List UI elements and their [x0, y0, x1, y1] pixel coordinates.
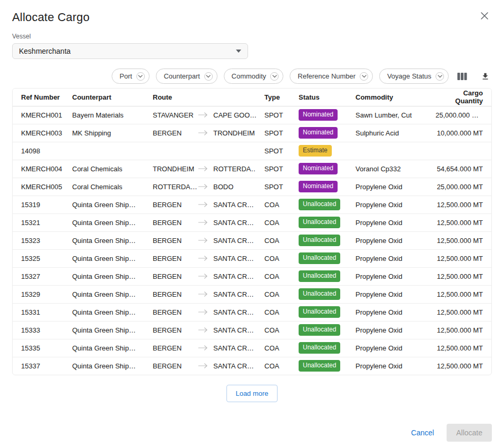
cell-counterpart [68, 142, 149, 160]
cell-counterpart: Bayern Materials [68, 106, 149, 124]
cell-status: Unallocated [294, 213, 351, 231]
cell-counterpart: Quinta Green Ship… [68, 321, 149, 339]
route-from: BERGEN [153, 255, 198, 262]
filter-chip-counterpart[interactable]: Counterpart [156, 69, 218, 84]
route-from: BERGEN [153, 237, 198, 245]
cell-route: BERGENSANTA CR… [149, 303, 260, 321]
status-badge: Unallocated [299, 360, 340, 372]
route-from: ROTTERDA… [153, 183, 198, 191]
chevron-down-icon [204, 72, 213, 81]
vessel-select[interactable]: Keshmerchanta [12, 43, 248, 59]
cargo-table-container: Ref NumberCounterpartRouteTypeStatusComm… [12, 88, 492, 375]
vessel-select-value: Keshmerchanta [19, 47, 71, 55]
load-more-button[interactable]: Load more [226, 385, 277, 402]
status-badge: Unallocated [299, 252, 340, 264]
cell-route: BERGENSANTA CR… [149, 357, 260, 375]
filter-chip-voyage-status[interactable]: Voyage Status [379, 69, 449, 84]
cell-commodity: Voranol Cp332 [351, 160, 431, 178]
status-badge: Unallocated [299, 342, 340, 354]
table-header-row: Ref NumberCounterpartRouteTypeStatusComm… [13, 89, 491, 106]
route-from: TRONDHEIM [153, 165, 198, 173]
table-row[interactable]: 15321Quinta Green Ship…BERGENSANTA CR…CO… [13, 213, 491, 231]
cell-commodity: Sulphuric Acid [351, 124, 431, 142]
column-header-status: Status [294, 89, 351, 106]
route-to: SANTA CR… [213, 344, 254, 352]
cell-cargo-quantity: 25,000.000 CBM [431, 106, 491, 124]
table-row[interactable]: 15323Quinta Green Ship…BERGENSANTA CR…CO… [13, 231, 491, 249]
filter-chip-reference-number[interactable]: Reference Number [290, 69, 373, 84]
table-row[interactable]: 15335Quinta Green Ship…BERGENSANTA CR…CO… [13, 339, 491, 357]
column-header-commodity: Commodity [351, 89, 431, 106]
route-to: SANTA CR… [213, 255, 254, 262]
filter-chips: PortCounterpartCommodityReference Number… [112, 69, 449, 84]
cell-counterpart: Quinta Green Ship… [68, 303, 149, 321]
table-row[interactable]: KMERCH004Coral ChemicalsTRONDHEIMROTTERD… [13, 160, 491, 178]
table-row[interactable]: 14098SPOTEstimate [13, 142, 491, 160]
status-badge: Unallocated [299, 306, 340, 318]
page-title: Allocate Cargo [12, 8, 90, 24]
table-row[interactable]: 15319Quinta Green Ship…BERGENSANTA CR…CO… [13, 196, 491, 213]
table-row[interactable]: 15331Quinta Green Ship…BERGENSANTA CR…CO… [13, 303, 491, 321]
cell-ref-number: KMERCH003 [13, 124, 68, 142]
route-to: TRONDHEIM [213, 129, 255, 137]
columns-button[interactable] [455, 70, 469, 83]
route-to: SANTA CR… [213, 290, 254, 298]
cell-route: ROTTERDA…BODO [149, 178, 260, 196]
download-button[interactable] [479, 70, 492, 83]
table-row[interactable]: 15333Quinta Green Ship…BERGENSANTA CR…CO… [13, 321, 491, 339]
route-to: CAPE GOO… [213, 111, 256, 119]
route-to: SANTA CR… [213, 326, 254, 334]
table-row[interactable]: 15329Quinta Green Ship…BERGENSANTA CR…CO… [13, 285, 491, 303]
cell-type: COA [260, 196, 294, 213]
chevron-down-icon [236, 50, 241, 53]
cell-status: Unallocated [294, 267, 351, 285]
close-button[interactable] [477, 8, 492, 23]
column-header-counterpart: Counterpart [68, 89, 149, 106]
cell-status: Nominated [294, 106, 351, 124]
table-row[interactable]: 15327Quinta Green Ship…BERGENSANTA CR…CO… [13, 267, 491, 285]
cell-ref-number: 15325 [13, 249, 68, 267]
vessel-field: Vessel Keshmerchanta [12, 33, 492, 59]
arrow-right-icon [198, 327, 208, 333]
dialog-footer: Cancel Allocate [12, 424, 492, 448]
cell-status: Nominated [294, 160, 351, 178]
table-row[interactable]: KMERCH003MK ShippingBERGENTRONDHEIMSPOTN… [13, 124, 491, 142]
cell-status: Unallocated [294, 303, 351, 321]
arrow-right-icon [198, 184, 208, 189]
column-header-ref-number: Ref Number [13, 89, 68, 106]
cell-counterpart: Quinta Green Ship… [68, 231, 149, 249]
table-row[interactable]: KMERCH001Bayern MaterialsSTAVANGERCAPE G… [13, 106, 491, 124]
cell-type: COA [260, 357, 294, 375]
filter-chip-commodity[interactable]: Commodity [224, 69, 284, 84]
cell-commodity: Propylene Oxid [351, 339, 431, 357]
status-badge: Unallocated [299, 235, 340, 246]
filter-chip-label: Voyage Status [387, 72, 431, 80]
cell-route: STAVANGERCAPE GOO… [149, 106, 260, 124]
cell-type: COA [260, 231, 294, 249]
cell-cargo-quantity: 12,500.000 MT [431, 231, 491, 249]
download-icon [481, 75, 490, 83]
column-header-route: Route [149, 89, 260, 106]
cell-route: BERGENTRONDHEIM [149, 124, 260, 142]
cancel-button[interactable]: Cancel [406, 424, 440, 441]
cell-cargo-quantity: 10,000.000 MT [431, 124, 491, 142]
cell-ref-number: 15319 [13, 196, 68, 213]
columns-icon [457, 74, 467, 82]
table-row[interactable]: 15325Quinta Green Ship…BERGENSANTA CR…CO… [13, 249, 491, 267]
cell-type: SPOT [260, 142, 294, 160]
table-row[interactable]: 15337Quinta Green Ship…BERGENSANTA CR…CO… [13, 357, 491, 375]
route-to: BODO [213, 183, 233, 191]
cell-commodity: Propylene Oxid [351, 285, 431, 303]
route-to: SANTA CR… [213, 237, 254, 245]
cell-counterpart: Quinta Green Ship… [68, 196, 149, 213]
cell-counterpart: Quinta Green Ship… [68, 285, 149, 303]
table-row[interactable]: KMERCH005Coral ChemicalsROTTERDA…BODOSPO… [13, 178, 491, 196]
arrow-right-icon [198, 256, 208, 261]
cell-commodity: Propylene Oxid [351, 267, 431, 285]
allocate-button[interactable]: Allocate [447, 424, 492, 442]
filter-chip-port[interactable]: Port [112, 69, 150, 84]
cell-commodity: Propylene Oxid [351, 303, 431, 321]
cell-cargo-quantity: 12,500.000 MT [431, 339, 491, 357]
arrow-right-icon [198, 130, 208, 135]
route-from: BERGEN [153, 201, 198, 209]
